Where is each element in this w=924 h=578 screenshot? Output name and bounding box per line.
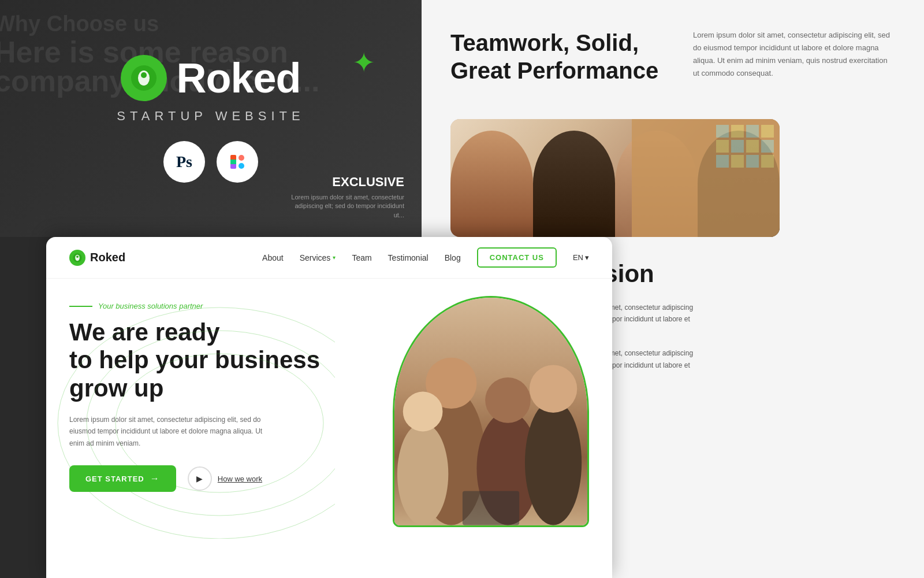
hero-left: Your business solutions partner We are r…: [69, 302, 329, 544]
startup-label: STARTUP WEBSITE: [117, 109, 304, 124]
exclusive-title: EXCLUSIVE: [289, 175, 404, 190]
hero-photo-mock: [394, 298, 587, 525]
sticky-notes: [716, 125, 774, 168]
tool-icons-row: Ps: [163, 141, 258, 183]
teamwork-right: Lorem ipsum dolor sit amet, consectetur …: [693, 29, 895, 102]
nav-about[interactable]: About: [262, 253, 284, 262]
how-we-work-link[interactable]: How we work: [218, 475, 262, 483]
teamwork-section: Teamwork, Solid,Great Performance Lorem …: [422, 0, 924, 237]
arrow-icon: →: [150, 473, 160, 484]
teamwork-heading: Teamwork, Solid,Great Performance: [450, 29, 670, 84]
logo-icon-big: [121, 55, 167, 101]
exclusive-body: Lorem ipsum dolor sit amet, consectetur …: [289, 193, 404, 220]
cork-board: [632, 119, 780, 237]
page-wrapper: Why Choose us Here is some reason compan…: [0, 0, 924, 578]
logo-row: Roked: [121, 54, 300, 102]
hero-actions: GET STARTED → ▶ How we work: [69, 465, 329, 492]
exclusive-area: EXCLUSIVE Lorem ipsum dolor sit amet, co…: [289, 175, 404, 220]
teamwork-description: Lorem ipsum dolor sit amet, consectetur …: [693, 29, 895, 80]
hero-section: Your business solutions partner We are r…: [46, 279, 612, 544]
svg-rect-7: [230, 160, 236, 164]
nav-testimonial[interactable]: Testimonial: [388, 253, 429, 262]
svg-rect-22: [463, 491, 519, 525]
svg-point-6: [239, 163, 244, 169]
hero-body: Lorem ipsum dolor sit amet, consectetur …: [69, 414, 266, 449]
brand-name-big: Roked: [176, 54, 300, 102]
nav-services[interactable]: Services: [300, 253, 336, 262]
svg-point-10: [76, 255, 79, 258]
hero-right: [341, 302, 589, 544]
nav-brand-name: Roked: [90, 251, 125, 264]
get-started-button[interactable]: GET STARTED →: [69, 465, 176, 492]
hero-headline: We are readyto help your businessgrow up: [69, 318, 329, 402]
play-circle: ▶: [188, 466, 212, 491]
svg-point-2: [141, 72, 147, 78]
play-button-area[interactable]: ▶ How we work: [188, 466, 262, 491]
photo-scene: [450, 119, 780, 237]
svg-point-19: [530, 365, 578, 413]
website-card: Roked About Services Team Testimonial Bl…: [46, 237, 612, 578]
svg-point-21: [403, 392, 443, 432]
contact-us-button[interactable]: CONTACT US: [477, 247, 557, 268]
star-decoration: ✦: [352, 46, 375, 79]
tagline-bar: [69, 306, 92, 307]
language-selector[interactable]: EN ▾: [573, 253, 589, 262]
nav-links: About Services Team Testimonial Blog CON…: [262, 247, 589, 268]
ps-badge: Ps: [163, 141, 205, 183]
nav-logo: Roked: [69, 250, 125, 266]
hero-tagline: Your business solutions partner: [98, 302, 203, 310]
team-photo: [450, 119, 780, 237]
figma-badge: [217, 141, 258, 183]
nav-logo-icon: [69, 250, 85, 266]
svg-point-17: [485, 377, 531, 423]
svg-rect-4: [239, 155, 244, 161]
svg-point-18: [525, 400, 582, 525]
nav-blog[interactable]: Blog: [445, 253, 461, 262]
teamwork-left: Teamwork, Solid,Great Performance: [450, 29, 670, 102]
navbar: Roked About Services Team Testimonial Bl…: [46, 237, 612, 279]
bottom-left-panel: Roked About Services Team Testimonial Bl…: [0, 237, 422, 578]
svg-point-20: [397, 423, 448, 525]
nav-team[interactable]: Team: [352, 253, 371, 262]
promo-panel: Why Choose us Here is some reason compan…: [0, 0, 422, 237]
hero-tagline-line: Your business solutions partner: [69, 302, 329, 310]
promo-content: Roked STARTUP WEBSITE Ps: [117, 54, 304, 183]
teamwork-content: Teamwork, Solid,Great Performance Lorem …: [450, 29, 895, 102]
hero-photo-frame: [393, 296, 589, 527]
